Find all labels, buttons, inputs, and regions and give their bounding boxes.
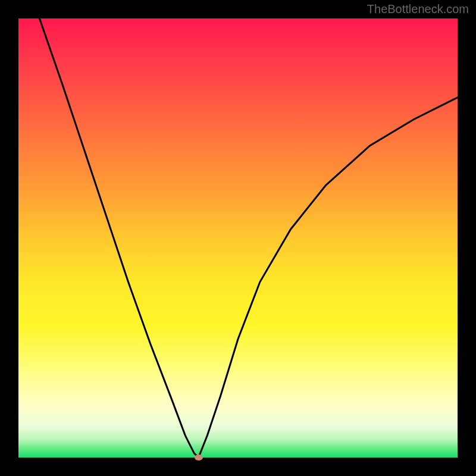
curve-svg [18, 18, 458, 458]
watermark-text: TheBottleneck.com [367, 2, 469, 16]
minimum-marker [195, 455, 203, 461]
bottleneck-curve [39, 18, 458, 458]
chart-area [18, 18, 458, 458]
